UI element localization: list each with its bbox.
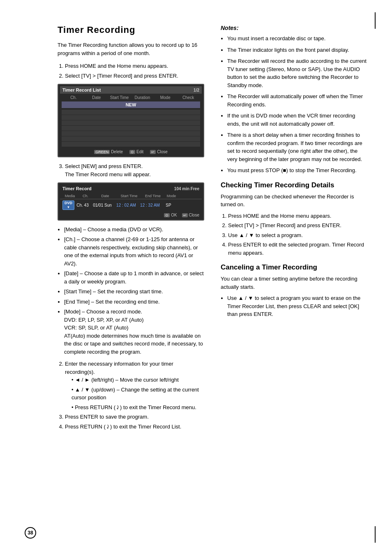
screen2-col-mode: Mode xyxy=(165,194,178,198)
screen1-row-6 xyxy=(62,136,200,141)
section3-intro: You can clear a timer setting anytime be… xyxy=(221,275,367,291)
row-mode: SP xyxy=(162,203,175,207)
left-column: Timer Recording The Timer Recording func… xyxy=(58,25,204,435)
step-2b: Enter the necessary information for your… xyxy=(65,360,204,411)
dvd-arrow: ▼ xyxy=(65,205,72,209)
screen1-title: Timer Record List xyxy=(62,88,101,92)
screen1-col-ch: Ch. xyxy=(62,95,85,100)
section2-step-4: Press ENTER to edit the selected program… xyxy=(228,241,367,257)
bullet-ch: [Ch.] – Choose a channel (2-69 or 1-125 … xyxy=(64,235,204,267)
note-1: You must insert a recordable disc or tap… xyxy=(227,35,367,43)
page-title: Timer Recording xyxy=(58,25,204,35)
note-3: The Recorder will record the audio accor… xyxy=(227,57,367,89)
screen1-row-7 xyxy=(62,142,200,147)
footer-edit-label: Edit xyxy=(136,150,143,154)
screen2-col-ch: Ch. xyxy=(78,194,93,198)
screen1-row-4 xyxy=(62,126,200,131)
row-date: 01/01 Sun xyxy=(91,203,114,207)
screen1-new-row: NEW xyxy=(62,101,200,108)
section3-bullet: Use ▲ / ▼ to select a program you want t… xyxy=(227,294,367,318)
screen1-title-bar: Timer Record List 1/2 xyxy=(60,86,202,94)
section2: Checking Timer Recording Details Program… xyxy=(221,181,367,257)
dvd-badge: DVD ▼ xyxy=(62,200,74,210)
timer-record-menu-screen: Timer Record 104 min Free Media Ch. Date… xyxy=(58,182,204,221)
step-1: Press HOME and the Home menu appears. xyxy=(65,62,204,70)
note-6: There is a short delay when a timer reco… xyxy=(227,131,367,163)
screen2-col-end: End Time xyxy=(141,194,164,198)
screen1-data-rows xyxy=(60,109,202,148)
section3: Canceling a Timer Recording You can clea… xyxy=(221,263,367,318)
row-ch: Ch. 43 xyxy=(75,203,90,207)
footer-close-label: Close xyxy=(157,150,168,154)
section3-bullets: Use ▲ / ▼ to select a program you want t… xyxy=(227,294,367,318)
bullet-date: [Date] – Choose a date up to 1 month in … xyxy=(64,269,204,286)
note-4: The Recorder will automatically power of… xyxy=(227,92,367,108)
screen1-col-check: Check xyxy=(177,95,199,100)
screen1-footer-delete: GREEN Delete xyxy=(94,150,123,154)
bullet-mode: [Mode] – Choose a record mode. DVD: EP, … xyxy=(64,308,204,356)
screen2-col-date: Date xyxy=(94,194,117,198)
sub-bullet-return: Press RETURN (⤸) to exit the Timer Recor… xyxy=(71,403,204,412)
page-container: Timer Recording The Timer Recording func… xyxy=(0,0,392,555)
screen2-footer-ok: ⊙ OK xyxy=(164,213,177,217)
section2-step-3: Use ▲ / ▼ to select a program. xyxy=(228,231,367,240)
intro-text: The Timer Recording function allows you … xyxy=(58,41,204,57)
screen2-col-headers: Media Ch. Date Start Time End Time Mode xyxy=(60,193,202,199)
screen1-col-date: Date xyxy=(85,95,108,100)
close-btn2: ↩ xyxy=(182,213,188,217)
footer-delete-label: Delete xyxy=(111,150,123,154)
border-bottom-decoration xyxy=(375,526,376,543)
row-end-time: 12 : 32 AM xyxy=(138,203,161,207)
ok-btn: ⊙ xyxy=(164,213,170,217)
bullet-media: [Media] – Choose a media (DVD or VCR). xyxy=(64,226,204,234)
sub-bullets: ◄ / ► (left/right) – Move the cursor lef… xyxy=(71,376,204,411)
step-3: Select [NEW] and press ENTER. The Timer … xyxy=(65,162,204,178)
screen2-title-bar: Timer Record 104 min Free xyxy=(60,185,202,192)
steps-list-1: Press HOME and the Home menu appears. Se… xyxy=(65,62,204,80)
step-3b: Press ENTER to save the program. xyxy=(65,413,204,421)
close-btn: ↩ xyxy=(150,150,156,154)
page-number: 38 xyxy=(25,527,36,539)
screen1-footer-edit: ⊙ Edit xyxy=(129,150,143,154)
screen1-footer: GREEN Delete ⊙ Edit ↩ Close xyxy=(60,148,202,155)
section2-step-2: Select [TV] > [Timer Record] and press E… xyxy=(228,221,367,230)
border-top-decoration xyxy=(375,12,376,29)
screen2-footer-close: ↩ Close xyxy=(182,213,199,217)
edit-btn: ⊙ xyxy=(129,150,135,154)
dvd-label: DVD xyxy=(65,201,72,205)
screen1-page-num: 1/2 xyxy=(194,88,199,92)
screen2-min-free: 104 min Free xyxy=(174,187,199,191)
step-4: Press RETURN (⤸) to exit the Timer Recor… xyxy=(65,423,204,431)
note-2: The Timer indicator lights on the front … xyxy=(227,46,367,54)
section2-steps: Press HOME and the Home menu appears. Se… xyxy=(228,212,367,257)
note-5: If the unit is DVD mode when the VCR tim… xyxy=(227,112,367,128)
screen1-col-start: Start Time xyxy=(108,95,131,100)
footer-close-label2: Close xyxy=(189,213,199,217)
row-start-time: 12 : 02 AM xyxy=(115,203,138,207)
content-area: Timer Recording The Timer Recording func… xyxy=(58,25,367,435)
timer-record-list-screen: Timer Record List 1/2 Ch. Date Start Tim… xyxy=(58,84,204,157)
screen1-col-mode: Mode xyxy=(154,95,176,100)
section2-step-1: Press HOME and the Home menu appears. xyxy=(228,212,367,220)
step-2: Select [TV] > [Timer Record] and press E… xyxy=(65,72,204,80)
note-7: You must press STOP (■) to stop the Time… xyxy=(227,166,367,175)
screen2-col-media: Media xyxy=(62,194,77,198)
screen1-row-3 xyxy=(62,120,200,125)
bullet-end: [End Time] – Set the recording end time. xyxy=(64,298,204,306)
step3-list: Select [NEW] and press ENTER. The Timer … xyxy=(65,162,204,178)
screen1-col-duration: Duration xyxy=(131,95,153,100)
screen1-footer-close: ↩ Close xyxy=(150,150,168,154)
section2-title: Checking Timer Recording Details xyxy=(221,181,367,189)
screen2-footer: ⊙ OK ↩ Close xyxy=(60,211,202,218)
feature-bullets: [Media] – Choose a media (DVD or VCR). [… xyxy=(64,226,204,356)
screen1-headers: Ch. Date Start Time Duration Mode Check xyxy=(60,94,202,101)
screen1-row-5 xyxy=(62,131,200,136)
screen2-title: Timer Record xyxy=(62,186,92,191)
screen1-row-1 xyxy=(62,110,200,115)
screen2-data-row: DVD ▼ Ch. 43 01/01 Sun 12 : 02 AM 12 : 3… xyxy=(60,199,202,211)
section2-intro: Programming can be checked whenever the … xyxy=(221,193,367,209)
sub-bullet-lr: ◄ / ► (left/right) – Move the cursor lef… xyxy=(71,376,204,384)
notes-list: You must insert a recordable disc or tap… xyxy=(227,35,367,175)
notes-title: Notes: xyxy=(221,25,367,31)
screen2-col-start: Start Time xyxy=(118,194,141,198)
